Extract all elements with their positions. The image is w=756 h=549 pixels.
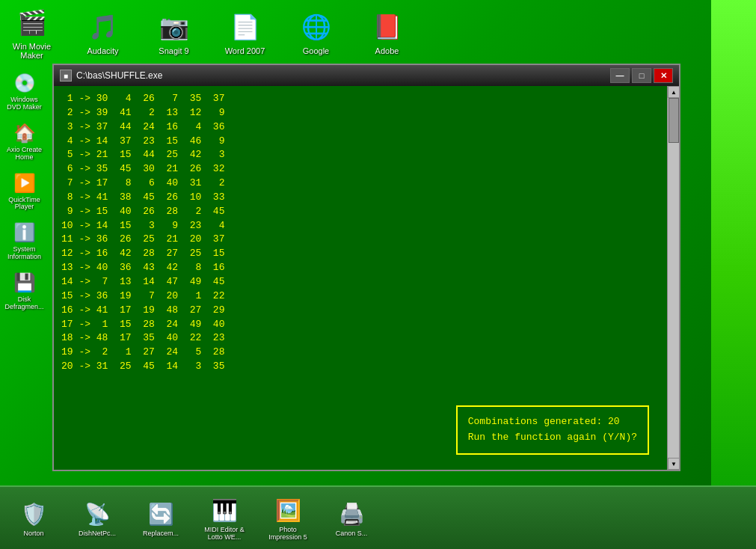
windows-dvd-maker-label: WindowsDVD Maker [7, 96, 42, 111]
scrollbar[interactable]: ▲ ▼ [667, 86, 679, 470]
norton-label: Norton [23, 530, 43, 537]
prompt-line1: Combinations generated: 20 [468, 414, 637, 430]
quicktime-label: QuickTimePlayer [8, 197, 40, 212]
replacem-icon: 🔄 [146, 500, 176, 530]
titlebar-buttons: — □ ✕ [610, 68, 673, 83]
adobe-icon: 📕 [369, 9, 405, 45]
taskbar-icon-norton[interactable]: 🛡️ Norton [7, 500, 60, 537]
taskbar-icon-photo-impression[interactable]: 🖼️ PhotoImpression 5 [262, 496, 314, 541]
disk-defrag-icon: 💾 [11, 269, 38, 296]
photo-impression-label: PhotoImpression 5 [268, 526, 307, 541]
audacity-icon: 🎵 [85, 9, 121, 45]
prompt-line2: Run the function again (Y/N)? [468, 430, 637, 446]
system-info-label: SystemInformation [7, 246, 41, 261]
word2007-icon: 📄 [227, 9, 263, 45]
sidebar-icon-quicktime[interactable]: ▶️ QuickTimePlayer [4, 168, 45, 214]
console-body: 1 -> 30 4 26 7 35 37 2 -> 39 41 2 13 12 … [54, 86, 679, 470]
taskbar-icon-replacem[interactable]: 🔄 Replacem... [135, 500, 187, 537]
minimize-button[interactable]: — [610, 68, 630, 83]
console-titlebar: ■ C:\bas\SHUFFLE.exe — □ ✕ [54, 65, 679, 86]
canon-label: Canon S... [336, 530, 368, 537]
close-button[interactable]: ✕ [654, 68, 673, 83]
snagit-icon: 📷 [156, 9, 192, 45]
taskbar-icon-canon[interactable]: 🖨️ Canon S... [325, 500, 378, 537]
scrollbar-down-button[interactable]: ▼ [668, 458, 679, 470]
audacity-label: Audacity [87, 46, 118, 55]
dishnetpc-label: DishNetPc... [79, 530, 116, 537]
canon-icon: 🖨️ [336, 500, 366, 530]
adobe-label: Adobe [375, 46, 399, 55]
windows-dvd-maker-icon: 💿 [11, 70, 38, 96]
console-title: C:\bas\SHUFFLE.exe [76, 70, 606, 81]
desktop-icon-word2007[interactable]: 📄 Word 2007 [217, 9, 273, 55]
console-window: ■ C:\bas\SHUFFLE.exe — □ ✕ 1 -> 30 4 26 … [52, 64, 680, 471]
win-movie-maker-label: Win Movie Maker [4, 42, 60, 60]
snagit-label: Snagit 9 [159, 46, 188, 55]
axio-create-home-icon: 🏠 [11, 120, 38, 147]
desktop-icon-win-movie-maker[interactable]: 🎬 Win Movie Maker [4, 4, 60, 60]
word2007-label: Word 2007 [225, 46, 265, 55]
taskbar-bottom: 🛡️ Norton 📡 DishNetPc... 🔄 Replacem... 🎹… [0, 485, 756, 549]
photo-impression-icon: 🖼️ [273, 496, 303, 526]
maximize-button[interactable]: □ [632, 68, 651, 83]
console-output: 1 -> 30 4 26 7 35 37 2 -> 39 41 2 13 12 … [54, 86, 679, 380]
scrollbar-up-button[interactable]: ▲ [668, 86, 679, 98]
sidebar-icon-windows-dvd-maker[interactable]: 💿 WindowsDVD Maker [4, 67, 45, 114]
midi-editor-label: MIDI Editor &Lotto WE... [204, 526, 245, 541]
norton-icon: 🛡️ [19, 500, 49, 530]
disk-defrag-label: DiskDefragmen... [4, 296, 43, 311]
desktop-icon-audacity[interactable]: 🎵 Audacity [75, 9, 131, 55]
system-info-icon: ℹ️ [11, 219, 38, 246]
console-window-icon: ■ [60, 70, 72, 82]
replacem-label: Replacem... [143, 530, 179, 537]
axio-create-home-label: Axio CreateHome [7, 147, 42, 162]
google-label: Google [303, 46, 329, 55]
sidebar-icon-disk-defrag[interactable]: 💾 DiskDefragmen... [4, 267, 45, 313]
win-movie-maker-icon: 🎬 [14, 4, 50, 40]
sidebar-icon-axio-create-home[interactable]: 🏠 Axio CreateHome [4, 117, 45, 164]
scrollbar-thumb[interactable] [669, 98, 679, 143]
taskbar-icon-dishnetpc[interactable]: 📡 DishNetPc... [71, 500, 123, 537]
google-icon: 🌐 [298, 9, 334, 45]
desktop-icon-adobe[interactable]: 📕 Adobe [359, 9, 415, 55]
desktop-icon-google[interactable]: 🌐 Google [288, 9, 344, 55]
midi-editor-icon: 🎹 [209, 496, 239, 526]
sidebar-icons: 💿 WindowsDVD Maker 🏠 Axio CreateHome ▶️ … [0, 64, 49, 317]
desktop-icons-top: 🎬 Win Movie Maker 🎵 Audacity 📷 Snagit 9 … [0, 0, 711, 64]
taskbar-icon-midi-editor[interactable]: 🎹 MIDI Editor &Lotto WE... [198, 496, 251, 541]
sidebar-icon-system-info[interactable]: ℹ️ SystemInformation [4, 217, 45, 263]
bg-decoration [711, 0, 756, 549]
prompt-box: Combinations generated: 20 Run the funct… [456, 405, 649, 455]
dishnetpc-icon: 📡 [82, 500, 112, 530]
desktop-icon-snagit[interactable]: 📷 Snagit 9 [146, 9, 202, 55]
quicktime-icon: ▶️ [11, 170, 38, 197]
